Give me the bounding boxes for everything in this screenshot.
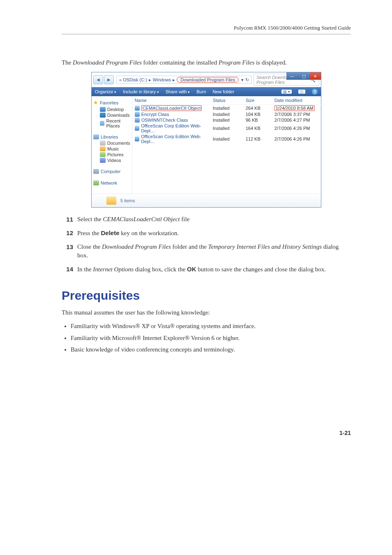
prereq-item: Basic knowledge of video conferencing co… bbox=[71, 344, 351, 356]
navigation-pane: ★Favorites Desktop Downloads Recent Plac… bbox=[92, 96, 132, 194]
nav-downloads[interactable]: Downloads bbox=[93, 112, 130, 118]
maximize-button[interactable]: ▢ bbox=[298, 72, 309, 80]
libraries-icon bbox=[93, 134, 99, 139]
downloads-icon bbox=[100, 113, 106, 118]
col-header-name[interactable]: Name bbox=[135, 98, 213, 103]
share-with-menu[interactable]: Share with bbox=[166, 89, 190, 94]
column-headers[interactable]: Name Status Size Date modified bbox=[132, 96, 326, 105]
col-header-size[interactable]: Size bbox=[246, 98, 274, 103]
prereq-list: Familiarity with Windows® XP or Vista® o… bbox=[71, 320, 351, 356]
music-icon bbox=[100, 146, 106, 151]
file-row[interactable]: OSWINNTCheck Class Installed 96 KB 2/7/2… bbox=[132, 117, 326, 123]
nav-documents[interactable]: Documents bbox=[93, 140, 130, 146]
breadcrumb-windows[interactable]: Windows bbox=[153, 77, 171, 82]
activex-icon bbox=[135, 126, 140, 131]
star-icon: ★ bbox=[93, 99, 98, 106]
help-icon[interactable]: ? bbox=[312, 89, 318, 95]
activex-icon bbox=[135, 106, 140, 111]
file-row[interactable]: OfficeScan Corp Edition Web-Depl… Instal… bbox=[132, 134, 326, 144]
nav-videos[interactable]: Videos bbox=[93, 157, 130, 163]
file-row[interactable]: Encrypt Class Installed 104 KB 2/7/2006 … bbox=[132, 111, 326, 117]
forward-button[interactable]: ► bbox=[104, 75, 114, 84]
step-12: 12 Press the Delete key on the workstati… bbox=[62, 226, 351, 240]
back-button[interactable]: ◄ bbox=[93, 75, 103, 84]
activex-icon bbox=[135, 112, 140, 117]
col-header-status[interactable]: Status bbox=[213, 98, 246, 103]
explorer-window: — ▢ ✕ ◄ ► « OSDisk (C:) ▸ Windows ▸ Down… bbox=[91, 72, 321, 208]
pictures-icon bbox=[100, 152, 106, 157]
computer-icon bbox=[93, 169, 99, 174]
page-header: Polycom RMX 1500/2000/4000 Getting Start… bbox=[62, 25, 351, 35]
page-number: 1-21 bbox=[62, 430, 351, 436]
explorer-toolbar: Organize Include in library Share with B… bbox=[92, 87, 321, 96]
nav-libraries[interactable]: Libraries bbox=[93, 134, 130, 140]
preview-pane-icon[interactable]: ◫ bbox=[298, 90, 305, 94]
step-list: 11 Select the CEMAClassLoaderCntl Object… bbox=[62, 213, 351, 276]
file-list-pane: Name Status Size Date modified CEMAClass… bbox=[132, 96, 326, 194]
folder-icon bbox=[106, 197, 116, 205]
close-button[interactable]: ✕ bbox=[309, 72, 321, 80]
prereq-item: Familiarity with Windows® XP or Vista® o… bbox=[71, 320, 351, 332]
videos-icon bbox=[100, 158, 106, 163]
status-bar: 5 items bbox=[92, 194, 321, 207]
nav-network[interactable]: Network bbox=[93, 180, 130, 186]
network-icon bbox=[93, 180, 99, 185]
view-options-icon[interactable]: ▤ ▾ bbox=[281, 90, 292, 94]
nav-pictures[interactable]: Pictures bbox=[93, 152, 130, 157]
breadcrumb-osdisk[interactable]: « OSDisk (C:) bbox=[119, 77, 147, 82]
status-text: 5 items bbox=[120, 198, 135, 203]
step-11: 11 Select the CEMAClassLoaderCntl Object… bbox=[62, 213, 351, 226]
new-folder-button[interactable]: New folder bbox=[213, 89, 235, 94]
file-row[interactable]: CEMAClassLoaderCtl Object Installed 264 … bbox=[132, 105, 326, 111]
nav-recent-places[interactable]: Recent Places bbox=[93, 118, 130, 129]
window-controls: — ▢ ✕ bbox=[286, 72, 321, 80]
minimize-button[interactable]: — bbox=[286, 72, 298, 80]
nav-music[interactable]: Music bbox=[93, 146, 130, 152]
prereq-item: Familiarity with Microsoft® Internet Exp… bbox=[71, 332, 351, 344]
breadcrumb-current[interactable]: Downloaded Program Files bbox=[177, 77, 239, 83]
nav-favorites[interactable]: ★Favorites bbox=[93, 99, 130, 106]
documents-icon bbox=[100, 141, 106, 146]
file-row[interactable]: OfficeScan Corp Edition Web-Depl… Instal… bbox=[132, 123, 326, 134]
recent-icon bbox=[100, 121, 104, 126]
nav-computer[interactable]: Computer bbox=[93, 168, 130, 175]
step-13: 13 Close the Downloaded Program Files fo… bbox=[62, 240, 351, 262]
prereq-intro: This manual assumes the user has the fol… bbox=[62, 308, 351, 317]
activex-icon bbox=[135, 118, 140, 123]
organize-menu[interactable]: Organize bbox=[95, 89, 116, 94]
step-14: 14 In the Internet Options dialog box, c… bbox=[62, 262, 351, 276]
col-header-date[interactable]: Date modified bbox=[274, 98, 324, 103]
section-heading: Prerequisites bbox=[62, 289, 351, 303]
include-in-library-menu[interactable]: Include in library bbox=[123, 89, 159, 94]
intro-paragraph: The Downloaded Program Files folder cont… bbox=[62, 59, 351, 66]
refresh-icon[interactable]: ↻ bbox=[244, 77, 249, 83]
nav-desktop[interactable]: Desktop bbox=[93, 106, 130, 112]
address-bar[interactable]: « OSDisk (C:) ▸ Windows ▸ Downloaded Pro… bbox=[116, 76, 252, 84]
activex-icon bbox=[135, 136, 140, 141]
desktop-icon bbox=[100, 107, 106, 112]
burn-button[interactable]: Burn bbox=[196, 89, 206, 94]
